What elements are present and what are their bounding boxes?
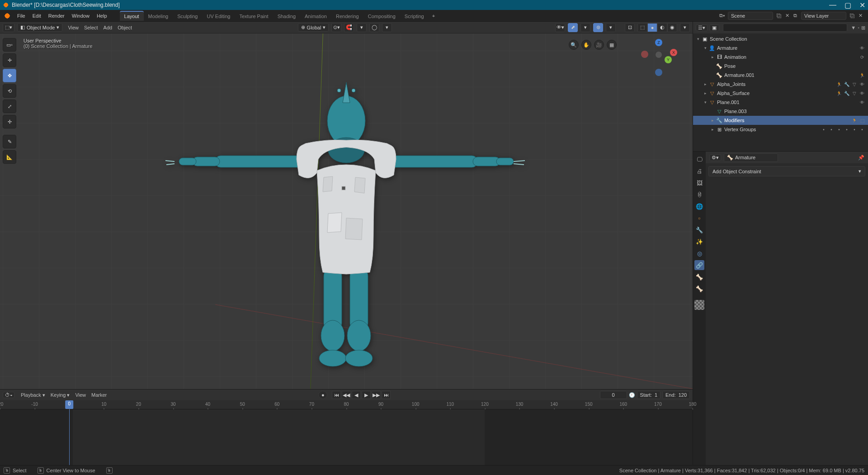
outliner-row-armature[interactable]: ▾👤Armature👁 xyxy=(693,43,868,52)
gizmo-neg-z[interactable] xyxy=(655,69,662,76)
toggle-icon[interactable]: ▽ xyxy=(851,91,858,96)
tab-particles[interactable]: ✨ xyxy=(694,237,704,247)
toggle-icon[interactable]: 🏃 xyxy=(851,118,858,123)
zoom-button[interactable]: 🔍 xyxy=(569,40,579,50)
toggle-icon[interactable]: • xyxy=(821,127,827,132)
outliner-row-plane-003[interactable]: ▽Plane.003 xyxy=(693,107,868,116)
toggle-icon[interactable]: 👁 xyxy=(859,46,865,51)
overlay-toggle[interactable]: ⊚ xyxy=(593,23,603,32)
workspace-tab-layout[interactable]: Layout xyxy=(120,11,144,21)
toggle-icon[interactable]: 🏃 xyxy=(859,73,865,78)
prev-keyframe-button[interactable]: ◀◀ xyxy=(342,391,351,399)
viewport-menu-view[interactable]: View xyxy=(65,25,81,30)
xray-toggle[interactable]: ⊡ xyxy=(625,23,635,32)
tab-view-layer[interactable]: 🖼 xyxy=(694,178,704,188)
toggle-icon[interactable]: ▽ xyxy=(851,82,858,87)
menu-window[interactable]: Window xyxy=(68,13,93,19)
close-button[interactable]: ✕ xyxy=(859,1,865,10)
jump-start-button[interactable]: ⏮ xyxy=(332,391,341,399)
tab-texture[interactable] xyxy=(694,300,704,310)
tab-object[interactable]: ▫ xyxy=(694,213,704,223)
menu-render[interactable]: Render xyxy=(45,13,68,19)
disclose-icon[interactable]: ▾ xyxy=(702,100,708,104)
disclose-icon[interactable]: ▾ xyxy=(695,37,701,41)
outliner-row-armature-001[interactable]: 🦴Armature.001🏃 xyxy=(693,71,868,80)
gizmo-options[interactable]: ▾ xyxy=(580,23,590,32)
workspace-tab-rendering[interactable]: Rendering xyxy=(331,11,363,21)
workspace-tab-shading[interactable]: Shading xyxy=(273,11,300,21)
timeline-editor-type[interactable]: ⏱▾ xyxy=(3,392,14,398)
workspace-tab-uv-editing[interactable]: UV Editing xyxy=(202,11,235,21)
proportional-edit-toggle[interactable]: ◯ xyxy=(369,23,379,32)
play-button[interactable]: ▶ xyxy=(362,391,371,399)
workspace-tab-scripting[interactable]: Scripting xyxy=(400,11,429,21)
perspective-toggle[interactable]: ▦ xyxy=(607,40,617,50)
cursor-tool[interactable]: ✛ xyxy=(3,53,16,67)
wireframe-shading[interactable]: ⬚ xyxy=(637,23,647,32)
scale-tool[interactable]: ⤢ xyxy=(3,100,16,113)
solid-shading[interactable]: ● xyxy=(647,23,657,32)
timeline-menu-playback[interactable]: Playback ▾ xyxy=(18,392,48,398)
minimize-button[interactable]: — xyxy=(829,1,836,10)
viewport-menu-add[interactable]: Add xyxy=(101,25,115,30)
workspace-tab-modeling[interactable]: Modeling xyxy=(144,11,173,21)
transform-tool[interactable]: ✢ xyxy=(3,115,16,128)
toggle-icon[interactable]: • xyxy=(828,127,835,132)
jump-end-button[interactable]: ⏭ xyxy=(382,391,391,399)
disclose-icon[interactable]: ▸ xyxy=(702,91,708,95)
shading-options[interactable]: ▾ xyxy=(680,23,690,32)
outliner-display-mode[interactable]: ▣ xyxy=(709,24,719,31)
move-tool[interactable]: ✥ xyxy=(3,69,16,82)
outliner-row-plane-001[interactable]: ▾▽Plane.001👁 xyxy=(693,98,868,107)
armature-character[interactable] xyxy=(161,69,532,368)
viewport-menu-select[interactable]: Select xyxy=(81,25,101,30)
gizmo-y-axis[interactable]: Y xyxy=(665,56,672,63)
app-icon[interactable] xyxy=(4,12,11,19)
tab-constraints[interactable]: 🔗 xyxy=(694,260,704,270)
toggle-icon[interactable]: ⟳ xyxy=(859,55,865,60)
toggle-icon[interactable]: • xyxy=(844,127,850,132)
properties-type-button[interactable]: ⚙▾ xyxy=(709,154,721,161)
rendered-shading[interactable]: ◉ xyxy=(667,23,677,32)
snap-options[interactable]: ▾ xyxy=(357,23,367,32)
pivot-button[interactable]: ⊙▾ xyxy=(331,23,341,32)
gizmo-z-axis[interactable]: Z xyxy=(655,39,662,46)
maximize-button[interactable]: ▢ xyxy=(844,1,851,10)
disclose-icon[interactable]: ▸ xyxy=(709,127,716,132)
pan-button[interactable]: ✋ xyxy=(581,40,591,50)
toggle-icon[interactable]: • xyxy=(859,127,865,132)
layer-browse-icon[interactable]: ⧉ xyxy=(791,12,799,20)
lookdev-shading[interactable]: ◐ xyxy=(657,23,667,32)
menu-help[interactable]: Help xyxy=(93,13,111,19)
rotate-tool[interactable]: ⟲ xyxy=(3,84,16,98)
outliner-search[interactable] xyxy=(723,24,847,32)
tab-render[interactable]: 🖵 xyxy=(694,154,704,164)
snap-toggle[interactable]: 🧲 xyxy=(344,23,354,32)
gizmo-toggle[interactable]: ⬈ xyxy=(568,23,578,32)
toggle-icon[interactable]: ⬚ xyxy=(859,118,865,123)
scene-name-field[interactable]: Scene xyxy=(728,12,773,20)
tab-armature[interactable]: 🦴 xyxy=(694,272,704,282)
outliner-row-animation[interactable]: ▸🎞Animation⟳ xyxy=(693,52,868,62)
current-frame-field[interactable]: 0 xyxy=(600,391,627,399)
disclose-icon[interactable]: ▸ xyxy=(702,82,708,86)
add-constraint-button[interactable]: Add Object Constraint ▾ xyxy=(708,166,865,176)
toggle-icon[interactable]: 🔧 xyxy=(844,91,850,96)
workspace-tab-compositing[interactable]: Compositing xyxy=(363,11,400,21)
menu-file[interactable]: File xyxy=(14,13,29,19)
scene-browse-icon[interactable]: ⧉▾ xyxy=(718,12,726,20)
toggle-icon[interactable]: 👁 xyxy=(859,82,865,87)
measure-tool[interactable]: 📐 xyxy=(3,150,16,164)
end-frame-field[interactable]: End: 120 xyxy=(662,391,690,399)
outliner-row-vertex-groups[interactable]: ▸⊞Vertex Groups•••••• xyxy=(693,125,868,134)
layer-new-icon[interactable]: ⿻ xyxy=(848,12,856,20)
gizmo-neg-x[interactable] xyxy=(641,51,648,58)
outliner-tree[interactable]: ▾ ▣ Scene Collection ▾👤Armature👁▸🎞Animat… xyxy=(693,33,868,151)
workspace-tab-animation[interactable]: Animation xyxy=(300,11,331,21)
mode-selector[interactable]: ◧ Object Mode ▾ xyxy=(17,23,62,32)
outliner-row-alpha-joints[interactable]: ▸▽Alpha_Joints🏃🔧▽👁 xyxy=(693,80,868,89)
outliner-row-modifiers[interactable]: ▸🔧Modifiers🏃⬚ xyxy=(693,116,868,125)
view-layer-field[interactable]: View Layer xyxy=(801,12,846,20)
overlay-options[interactable]: ▾ xyxy=(606,23,616,32)
playhead-line[interactable] xyxy=(69,409,70,465)
